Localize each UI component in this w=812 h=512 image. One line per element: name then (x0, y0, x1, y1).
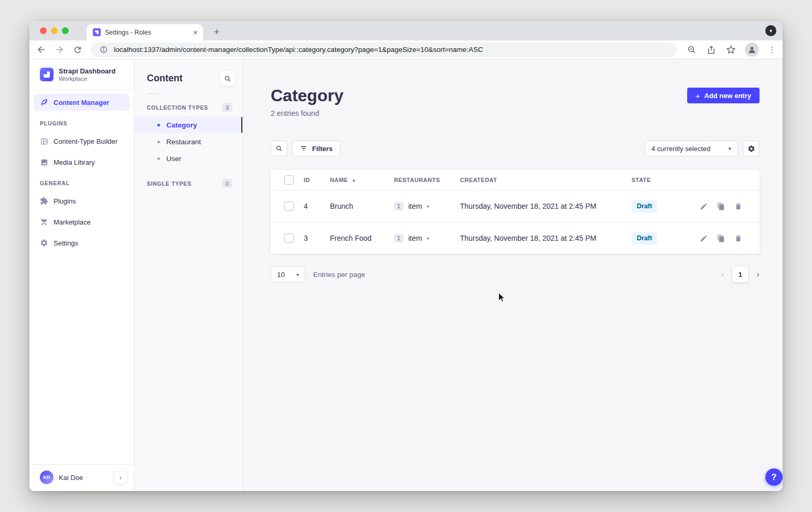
tab-close-icon[interactable]: × (193, 28, 198, 36)
browser-profile-avatar[interactable] (745, 42, 759, 57)
cell-restaurants[interactable]: 1 item ▾ (394, 234, 460, 242)
subnav-item-user[interactable]: User (134, 150, 243, 167)
sidebar-item-label: Content-Type Builder (54, 137, 117, 145)
zoom-window-button[interactable] (62, 27, 69, 34)
forward-icon[interactable] (54, 45, 65, 55)
next-page-icon[interactable]: › (756, 269, 760, 280)
row-checkbox[interactable] (284, 233, 294, 243)
site-info-icon[interactable] (98, 45, 109, 55)
relation-count-badge: 1 (394, 202, 403, 210)
workspace-title: Strapi Dashboard (59, 67, 115, 76)
bookmark-star-icon[interactable] (725, 45, 736, 55)
subnav-item-category[interactable]: Category (134, 116, 243, 133)
sidebar-item-marketplace[interactable]: Marketplace (34, 214, 130, 230)
trash-icon[interactable] (734, 202, 742, 210)
collection-types-header: COLLECTION TYPES 3 (134, 96, 243, 116)
search-entries-button[interactable] (271, 141, 287, 156)
sidebar-item-label: Content Manager (54, 99, 109, 106)
new-tab-button[interactable]: + (210, 25, 223, 39)
puzzle-icon (40, 197, 48, 205)
back-icon[interactable] (36, 45, 46, 55)
column-header-createdat[interactable]: CREATEDAT (460, 177, 632, 183)
cell-createdat: Thursday, November 18, 2021 at 2:45 PM (460, 202, 632, 210)
subnav-item-restaurant[interactable]: Restaurant (134, 133, 243, 150)
status-badge: Draft (632, 232, 657, 244)
sidebar-section-plugins: PLUGINS (29, 111, 134, 129)
page-number-button[interactable]: 1 (732, 266, 748, 282)
cell-name: Brunch (330, 202, 394, 210)
filter-icon (300, 145, 307, 152)
zoom-out-icon[interactable] (687, 45, 697, 55)
select-all-checkbox[interactable] (284, 175, 294, 185)
cell-createdat: Thursday, November 18, 2021 at 2:45 PM (460, 234, 632, 242)
page-size-select[interactable]: 10 ▾ (271, 266, 305, 282)
desktop: Settings - Roles × + ▾ localhost:1337/ad… (0, 0, 812, 512)
table-row[interactable]: 3 French Food 1 item ▾ Thursday, Novembe… (271, 222, 760, 254)
single-types-count: 0 (222, 179, 232, 188)
strapi-favicon-icon (93, 28, 101, 36)
address-bar[interactable]: localhost:1337/admin/content-manager/col… (91, 42, 677, 57)
feather-icon (40, 98, 48, 106)
duplicate-icon[interactable] (717, 202, 725, 210)
edit-pencil-icon[interactable] (699, 234, 708, 242)
page-title: Category (271, 87, 344, 104)
sidebar-item-label: Media Library (54, 158, 95, 166)
share-icon[interactable] (706, 45, 717, 55)
sidebar-item-content-type-builder[interactable]: Content-Type Builder (34, 133, 130, 150)
entries-count: 2 entries found (271, 109, 344, 118)
entries-per-page-label: Entries per page (313, 271, 365, 279)
sidebar-user: KD Kai Doe ‹ (29, 464, 134, 491)
column-header-id[interactable]: ID (304, 177, 330, 183)
help-button[interactable]: ? (765, 468, 783, 486)
close-window-button[interactable] (40, 27, 47, 34)
minimize-window-button[interactable] (51, 27, 58, 34)
sidebar-item-settings[interactable]: Settings (34, 234, 130, 251)
duplicate-icon[interactable] (717, 234, 725, 242)
add-new-entry-button[interactable]: + Add new entry (687, 88, 760, 103)
filters-button[interactable]: Filters (292, 141, 340, 156)
table-header-row: ID NAME ▲ RESTAURANTS CREATEDAT STATE (271, 170, 760, 190)
url-text: localhost:1337/admin/content-manager/col… (114, 46, 483, 54)
sidebar-item-plugins[interactable]: Plugins (34, 193, 130, 209)
edit-pencil-icon[interactable] (699, 202, 708, 210)
reload-icon[interactable] (72, 45, 83, 55)
bullet-icon (157, 141, 160, 143)
sidebar-item-content-manager[interactable]: Content Manager (34, 94, 130, 111)
view-settings-button[interactable] (743, 141, 760, 156)
image-icon (40, 158, 48, 166)
cart-icon (40, 218, 48, 226)
cell-restaurants[interactable]: 1 item ▾ (394, 202, 460, 210)
trash-icon[interactable] (734, 234, 742, 242)
subnav-search-button[interactable] (219, 70, 236, 87)
row-checkbox[interactable] (284, 201, 294, 211)
sidebar-item-label: Plugins (54, 197, 76, 205)
browser-profile-indicator[interactable]: ▾ (765, 25, 776, 36)
column-header-name[interactable]: NAME ▲ (330, 177, 394, 183)
browser-menu-icon[interactable]: ⋮ (768, 46, 776, 54)
user-avatar: KD (40, 471, 54, 484)
gear-icon (747, 145, 755, 153)
strapi-app: Strapi Dashboard Workplace Content Manag… (29, 59, 783, 491)
table-row[interactable]: 4 Brunch 1 item ▾ Thursday, November 18,… (271, 190, 760, 222)
browser-tab[interactable]: Settings - Roles × (87, 24, 203, 40)
collapse-sidebar-button[interactable]: ‹ (114, 471, 127, 484)
sidebar-item-label: Marketplace (54, 218, 91, 226)
column-header-state[interactable]: STATE (632, 177, 699, 183)
cell-id: 4 (304, 202, 330, 210)
content-subnav: Content COLLECTION TYPES 3 Category Res (134, 59, 243, 491)
single-types-header: SINGLE TYPES 0 (134, 172, 243, 193)
column-header-restaurants[interactable]: RESTAURANTS (394, 177, 460, 183)
user-name: Kai Doe (59, 474, 109, 482)
fields-select[interactable]: 4 currently selected ▾ (645, 141, 738, 156)
table-toolbar: Filters 4 currently selected ▾ (271, 141, 760, 156)
workspace-brand: Strapi Dashboard Workplace (29, 59, 134, 90)
sidebar-item-media-library[interactable]: Media Library (34, 154, 130, 170)
browser-actions: ⋮ (685, 42, 776, 57)
strapi-logo-icon (40, 68, 54, 81)
previous-page-icon[interactable]: ‹ (721, 269, 724, 280)
layout-grid-icon (40, 137, 48, 145)
chevron-down-icon: ▾ (296, 272, 299, 278)
primary-sidebar: Strapi Dashboard Workplace Content Manag… (29, 59, 134, 491)
gear-icon (40, 239, 48, 247)
chevron-down-icon: ▾ (427, 204, 430, 209)
